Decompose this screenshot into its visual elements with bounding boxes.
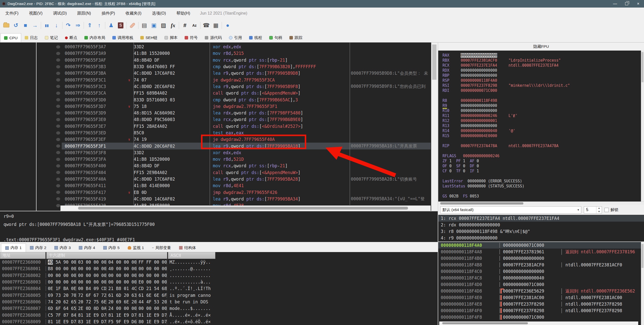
- tab-ref[interactable]: 引用: [225, 33, 246, 42]
- hex-bytes-group[interactable]: F5 9F E9 D6: [106, 319, 136, 324]
- hex-row[interactable]: 00007FFE2368001B8 00 00 0000 00 00 0040 …: [0, 265, 438, 272]
- horizontal-scrollbar[interactable]: [438, 201, 644, 205]
- hex-bytes-group[interactable]: 00 00 00 00: [136, 306, 166, 311]
- disasm-row[interactable]: 00007FF79655F3D948:8D15 AC60A902lea rdx,…: [37, 110, 431, 116]
- hex-bytes-group[interactable]: 83 1E E9 D7: [76, 319, 106, 324]
- close-button[interactable]: ×: [632, 0, 644, 8]
- hex-bytes-group[interactable]: 69 73 20 70: [46, 293, 76, 298]
- register-row[interactable]: R11 0000000000000246 L'Ɇ': [438, 113, 644, 118]
- breakpoint-dot[interactable]: [56, 125, 60, 128]
- hex-bytes-group[interactable]: 81 1E E9 D7: [136, 313, 166, 318]
- hex-bytes-group[interactable]: 61 6E 6E 6F: [136, 293, 166, 298]
- register-row[interactable]: [438, 174, 644, 179]
- breakpoint-dot[interactable]: [56, 65, 60, 68]
- pause-button[interactable]: ▮▮: [42, 21, 52, 30]
- go-to-user-button[interactable]: ♟: [106, 21, 116, 30]
- breakpoint-dot[interactable]: [56, 151, 60, 154]
- step-into-button[interactable]: ↓: [52, 21, 61, 30]
- arg-depth-spinner[interactable]: 5 ▲ ▼: [584, 206, 602, 214]
- hex-bytes-group[interactable]: 00 B4 09 CD: [76, 286, 106, 291]
- hex-row[interactable]: 00007FFE236800674 20 62 6520 72 75 6E20 …: [0, 299, 438, 305]
- register-row[interactable]: R13 0000000000000000: [438, 124, 644, 129]
- selected-byte[interactable]: 4D: [48, 260, 53, 265]
- breakpoint-dot[interactable]: [56, 92, 60, 95]
- stack-row[interactable]: 000000000118F4A800007FFE23781961返回到 ntdl…: [438, 249, 644, 255]
- register-row[interactable]: [438, 139, 644, 144]
- tab-hnd[interactable]: 句柄: [266, 33, 286, 42]
- spinner-up-icon[interactable]: ▲: [596, 207, 602, 210]
- register-row[interactable]: R15 00000000004E0000: [438, 134, 644, 139]
- disasm-row[interactable]: 00007FF79655F3A941:B8 15520000mov r8d,52…: [37, 50, 431, 57]
- unlock-checkbox-label[interactable]: 解锁: [604, 207, 618, 213]
- tab-sym[interactable]: 符号: [181, 33, 201, 42]
- minimize-button[interactable]: —: [609, 0, 621, 8]
- disasm-row[interactable]: 00007FF79655F3E7FF15 2BAE4A02call qword …: [37, 123, 431, 130]
- register-row[interactable]: LastError 00000000 (ERROR_SUCCESS): [438, 179, 644, 184]
- hex-bytes-group[interactable]: 00 00 00 00: [136, 266, 166, 271]
- tab-内存-1[interactable]: 内存 1: [1, 243, 26, 252]
- breakpoint-dot[interactable]: [56, 138, 60, 141]
- hex-bytes-group[interactable]: 2E 0D 0D 0A: [76, 306, 106, 311]
- hide-fpu-button[interactable]: 隐藏FPU: [438, 43, 644, 51]
- hex-row[interactable]: 00007FFE2368008C5 7F 87 8481 1E E9 D781 …: [0, 312, 438, 318]
- register-row[interactable]: RIP 00007FFE237A478A ntdll.00007FFE237A4…: [438, 144, 644, 149]
- preferences-font-button[interactable]: Az: [190, 21, 199, 30]
- register-row[interactable]: [438, 93, 644, 98]
- scrollbar-thumb[interactable]: [432, 45, 436, 80]
- menu-item[interactable]: 选项(O): [147, 9, 171, 18]
- hex-bytes-group[interactable]: 0E 1F BA 0E: [46, 286, 76, 291]
- register-row[interactable]: [438, 149, 644, 154]
- argument-row[interactable]: 2: rdx 0000000000000000: [438, 222, 644, 228]
- tab-内存-5[interactable]: 内存 5: [99, 243, 124, 252]
- column-divider[interactable]: [210, 43, 210, 205]
- step-over-button[interactable]: ↷: [63, 21, 73, 30]
- argument-row[interactable]: 3: r8 000000000118F498 &"呷x\n€|$@": [438, 228, 644, 235]
- stack-row[interactable]: 000000000118F4D800007FFE236E5629返回到 ntdl…: [438, 288, 644, 294]
- maximize-button[interactable]: [621, 0, 632, 8]
- hex-bytes-group[interactable]: 04 00 00 00: [106, 260, 136, 265]
- disasm-row[interactable]: 00007FF79655F40048:8B4D DFmov rcx,qword …: [37, 162, 431, 169]
- hex-bytes-group[interactable]: E0 00 00 00: [136, 279, 166, 285]
- hex-bytes-group[interactable]: 81 1E E9 D7: [106, 313, 136, 318]
- hex-bytes-group[interactable]: 81 1E E9 D7: [46, 319, 76, 324]
- stack-row[interactable]: 000000000118F4A0000000000071C000: [438, 242, 644, 249]
- stack-row[interactable]: 000000000118F4E800007FFE237F8298ntdll.00…: [438, 301, 644, 307]
- register-row[interactable]: R9 0000000000000000: [438, 103, 644, 108]
- horizontal-scrollbar[interactable]: [60, 206, 431, 211]
- hex-bytes-group[interactable]: 6D 6F 64 65: [46, 306, 76, 311]
- hex-bytes-group[interactable]: CD 21 54 68: [136, 286, 166, 291]
- register-row[interactable]: RSI 00007FFE237F8298 "minkernel\\ldr\\ld…: [438, 83, 644, 88]
- horizontal-scrollbar[interactable]: [439, 321, 638, 325]
- column-divider[interactable]: [133, 43, 134, 205]
- breakpoint-dot[interactable]: [56, 171, 60, 174]
- stack-row[interactable]: 000000000118F4F8000000000071C000: [438, 314, 644, 320]
- disasm-row[interactable]: 00007FF79655F3BA4C:8D0D 17C6AF02lea r9,q…: [37, 70, 431, 76]
- register-row[interactable]: RBP 0000000000000000: [438, 73, 644, 78]
- tab-监视-1[interactable]: 监视 1: [124, 243, 148, 252]
- breakpoint-dot[interactable]: [56, 111, 60, 115]
- restart-button[interactable]: ↺: [11, 21, 21, 30]
- disasm-row[interactable]: 00007FF79655F3A733D2xor edx,edx: [37, 44, 431, 50]
- disasm-row[interactable]: 00007FF79655F3D7∨75 18jne dwgdraw2.7FF79…: [37, 103, 431, 110]
- breakpoint-dot[interactable]: [56, 158, 60, 161]
- spinner-down-icon[interactable]: ▼: [596, 210, 602, 213]
- menu-item[interactable]: 帮助(H): [171, 9, 195, 18]
- register-row[interactable]: GS 002B FS 0053: [438, 194, 644, 199]
- breakpoint-dot[interactable]: [56, 78, 60, 82]
- patches-button[interactable]: ▨: [159, 21, 168, 30]
- stack-row[interactable]: 000000000118F4D0000000000071C000: [438, 281, 644, 288]
- menu-item[interactable]: 视图(V): [24, 9, 48, 18]
- hex-bytes-group[interactable]: 20 69 6E 20: [106, 299, 136, 304]
- tab-内存-2[interactable]: 内存 2: [26, 243, 50, 252]
- stack-row[interactable]: 000000000118F4C00000000000000000: [438, 268, 644, 275]
- argument-row[interactable]: 4: r9 0000000000000000: [438, 235, 644, 241]
- stack-row[interactable]: 000000000118F4E000007FFE2381AC00ntdll.00…: [438, 294, 644, 301]
- breakpoint-dot[interactable]: [56, 45, 60, 49]
- hex-bytes-group[interactable]: 24 00 00 00: [106, 306, 136, 311]
- argument-row[interactable]: 1: rcx 00007FFE237E1FA4 ntdll.00007FFE23…: [438, 215, 644, 222]
- hex-bytes-group[interactable]: 00 00 00 00: [76, 273, 106, 278]
- breakpoint-dot[interactable]: [56, 204, 60, 207]
- tab-局部变量[interactable]: 局部变量: [148, 243, 175, 252]
- menu-item[interactable]: 插件(P): [96, 9, 120, 18]
- tab-stack[interactable]: 调用堆栈: [109, 33, 137, 42]
